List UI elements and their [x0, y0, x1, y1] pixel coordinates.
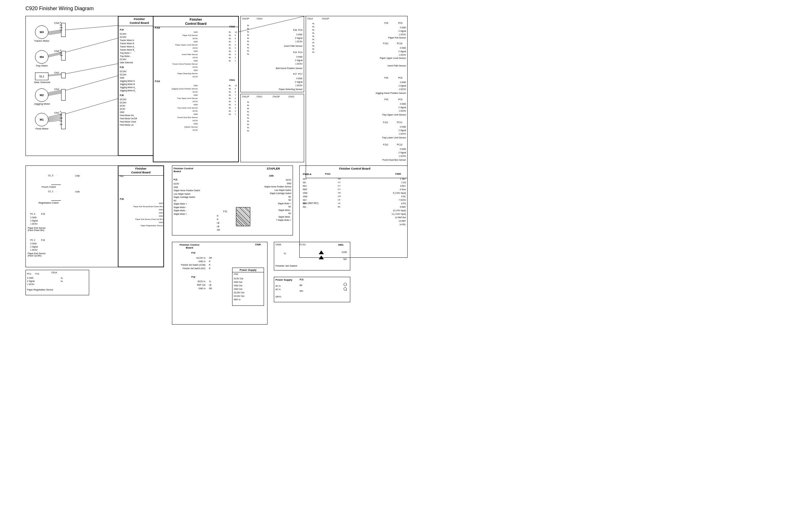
pj2-inner-label: PJ2	[191, 276, 195, 278]
punch-clutch-label: Punch Clutch	[42, 185, 56, 189]
m1-wire-br: BR	[60, 123, 62, 125]
power-supply-main-box: Power Supply PJ1 AC InAC In BK WH G N GR…	[274, 277, 350, 302]
cn13-label: CN13	[289, 95, 294, 98]
finisher-set-switch-label: Finisher Set Switch	[275, 265, 297, 267]
m2-label: Jogging Motor	[31, 103, 53, 105]
cn10-area-label: CN10	[257, 17, 262, 20]
cn10p-label: CN10P	[242, 17, 249, 20]
pwb-wire-colors: GRGYGYGYGRGRLBLBBK	[338, 177, 341, 209]
pj3-bottom-inner-label: PJ3	[191, 252, 195, 254]
pc1-pins: 3 GND2 Signal1 DC5V	[27, 276, 35, 286]
m4-circle: M4	[35, 50, 48, 64]
cn13p-label: CN13P	[273, 95, 280, 98]
pc2-label: PC 2	[30, 239, 35, 241]
pj2-signals-inner: DC5V InRMT OutGND In	[174, 280, 205, 290]
cn1-label: CN1	[54, 111, 59, 114]
pj9-label: PJ9	[385, 22, 388, 24]
pwb-finisher-title: Finisher Control Board	[301, 167, 408, 170]
m1-wire-r: R	[60, 111, 61, 112]
right-bl-wires: BLBLBLBLBLBLBLBLBLBL	[313, 22, 315, 54]
paper-upper-label-r: Paper Upper Level Sensor	[380, 57, 406, 59]
stapler-finisher-label: Finisher ControlBoard	[174, 167, 193, 173]
reg-clutch-label: Registration Clutch	[39, 201, 59, 204]
sw1-label: SW1	[338, 243, 344, 246]
m3-wire-bk: BK	[60, 24, 62, 26]
pj8-pc8-label: PJ8 PC8	[293, 29, 303, 31]
m1-wire-bk: BK	[60, 114, 62, 116]
main-board-title: FinisherControl Board	[154, 17, 238, 27]
power-supply-box: Power Supply CN2 DC5V OutGND OutGND OutG…	[232, 268, 264, 306]
m4-wire-bk: BK	[60, 52, 62, 54]
pc1-label: PC1	[27, 273, 31, 275]
cn25-label: CN25	[395, 173, 401, 175]
jogging-home-pins: 3 GND2 Signal1 DC5V	[399, 80, 406, 91]
m1-circle: M1	[35, 113, 48, 126]
invert-r-label: Invert Path Sensor	[388, 64, 406, 67]
cl1-label-text: CL 1	[48, 190, 54, 193]
tray-upper-label-r: Tray Upper Limit Sensor	[382, 114, 406, 116]
pj10-left-label: PJ10	[155, 27, 160, 29]
pj5-signals: DC24VDC24VGNDJogging Motor AJogging Moto…	[120, 70, 136, 92]
pj-s1-label: PJ-S1	[300, 243, 306, 246]
pc2-pins: 3 GND2 Signal1 DC5V	[30, 242, 38, 252]
pj10-r-label: PJ10	[383, 42, 388, 45]
paper-reg-label: Paper Registration Sensor	[27, 289, 53, 291]
pj2-bottom-label: PJ2	[41, 239, 45, 241]
m3-label: Tractor Motor	[32, 40, 52, 42]
belt-home-label: Belt Home Position Sensor	[276, 67, 303, 69]
pj4-pins: 3 GND2 Signal1 DC5V	[295, 55, 303, 65]
cn2-label: CN2	[54, 88, 59, 91]
pj6-r-label: PJ6	[385, 77, 388, 79]
m3-wire-gr: GR	[60, 27, 63, 29]
ps-wh-wire: WH	[300, 290, 303, 292]
pc10-label: PC10	[397, 42, 403, 45]
pc12-label: PC12	[397, 144, 403, 146]
pj10-bottom-label: PJ10	[155, 80, 160, 82]
pj5-r-label: PJ5	[385, 98, 388, 101]
pj1-bottom-label: PJ1	[35, 273, 39, 275]
cn26-vl-wire: VL	[284, 252, 286, 255]
pj10-left-signals: GNDPaper Full SensorDC5VGNDPaper Upper L…	[155, 31, 198, 78]
ps-gryl-label: GR/YL	[275, 296, 282, 298]
pc5-label: PC5	[398, 98, 403, 101]
page-title: C920 Finisher Wiring Diagram	[26, 6, 93, 12]
tray-upper-pins: 3 GND2 Signal1 DC5V	[399, 102, 406, 112]
cn10-label: CN10	[229, 26, 235, 28]
m3-wire-lb: LB	[60, 29, 62, 31]
m1-label: Feed Motor	[31, 127, 53, 130]
pj12-pwb-label: PJ12	[325, 173, 330, 175]
cn11-area-label2: CN11	[257, 95, 262, 98]
m3-circle: M3	[35, 26, 48, 39]
power-supply-signals: DC5V OutGND OutGND OutGND OutDC24V OutDC…	[234, 277, 244, 301]
finisher-board-bottom-left: FinisherControl Board PJ7 PJ8 GNDPaper E…	[118, 165, 164, 267]
pj6-label: PJ6	[120, 94, 124, 96]
pj2-stapler-label: PJ2	[223, 210, 227, 212]
cn26-right-label: CN26	[255, 243, 261, 246]
pj8-inner-signals: GNDPaper Exit Sensor(Face Down Bin)GNDGN…	[120, 202, 163, 227]
paper-full-pins: 3 GND2 Signal1 DC5V	[399, 26, 406, 36]
cn7-block	[61, 73, 66, 78]
m1-wire-lb: LB	[60, 120, 62, 122]
ps-ac-in-1: AC InAC In	[275, 284, 280, 291]
cn8-label: CN8	[75, 175, 79, 177]
cn14-label: CN14	[51, 271, 57, 274]
paper-full-label-r: Paper Full Sensor	[388, 36, 406, 39]
stapler-section-box: Finisher ControlBoard STAPLER PJ1 DC5VGN…	[172, 165, 293, 236]
pj5-label: PJ5	[120, 66, 124, 69]
cn7-label: CN7	[54, 71, 59, 74]
no-label: NO	[344, 258, 347, 260]
paper-reg-sensor-box: PC1 PJ1 CN14 3 GND2 Signal1 DC5V Paper R…	[26, 270, 89, 295]
pc3-pins: 3 GND2 Signal1 DC5V	[30, 216, 38, 226]
invert-path-sensor-label: Invert Path Sensor	[284, 45, 303, 47]
cn11p-label: CN11P	[242, 95, 249, 98]
sl1-rect: SL1	[35, 73, 48, 80]
pj4-pc4-label: PJ4 PC4	[293, 51, 303, 54]
bottom-finisher-board-box: Finisher ControlBoard PJ3 DC24V InGND In…	[172, 242, 267, 325]
right-sensors-top: CN12 CN12P PJ9 PC9 3 GND2 Signal1 DC5V P…	[306, 16, 408, 178]
jogging-home-label-r: Jogging Home Position Sensor	[375, 92, 406, 94]
bottom-finisher-title: Finisher ControlBoard	[174, 243, 205, 249]
stapler-pj1-signals: DC5VGNDStaple Home Position SwitchLow St…	[174, 182, 200, 216]
cn5-label: CN5	[269, 175, 274, 177]
pc3-label: PC 3	[30, 213, 35, 215]
m3-wire-r: R	[60, 21, 61, 24]
